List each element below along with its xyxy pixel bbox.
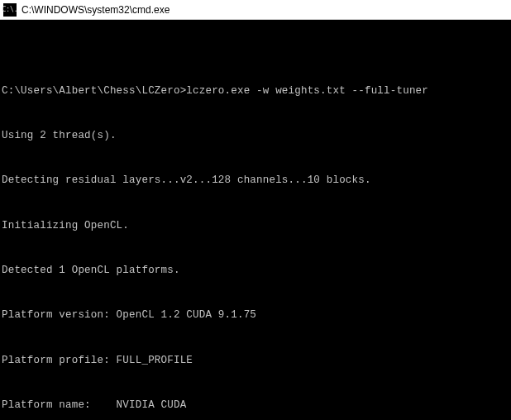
- terminal-output: C:\Users\Albert\Chess\LCZero>lczero.exe …: [0, 20, 511, 420]
- terminal-line: Platform name: NVIDIA CUDA: [2, 398, 509, 413]
- window-titlebar[interactable]: C:\. C:\WINDOWS\system32\cmd.exe: [0, 0, 511, 20]
- terminal-line: C:\Users\Albert\Chess\LCZero>lczero.exe …: [2, 84, 509, 98]
- window-title: C:\WINDOWS\system32\cmd.exe: [21, 4, 170, 16]
- terminal-line: Platform profile: FULL_PROFILE: [2, 353, 509, 368]
- terminal-line: Using 2 thread(s).: [2, 128, 509, 143]
- terminal-line: Detected 1 OpenCL platforms.: [2, 263, 509, 278]
- cmd-icon: C:\.: [3, 3, 17, 17]
- cmd-icon-glyph: C:\.: [2, 7, 17, 13]
- terminal-line: Platform version: OpenCL 1.2 CUDA 9.1.75: [2, 308, 509, 322]
- terminal-line: Initializing OpenCL.: [2, 218, 509, 233]
- terminal-line: Detecting residual layers...v2...128 cha…: [2, 173, 509, 188]
